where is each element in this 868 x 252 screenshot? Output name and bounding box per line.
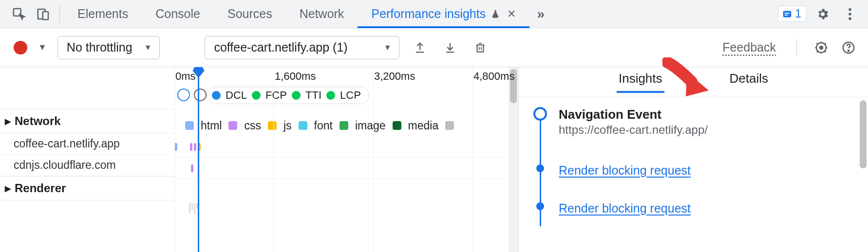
playhead[interactable] — [198, 67, 199, 252]
export-icon[interactable] — [410, 38, 430, 57]
timing-markers-pill[interactable]: DCL FCP TTI LCP — [207, 87, 369, 104]
tti-dot — [292, 91, 301, 100]
settings-gear-icon[interactable] — [811, 3, 834, 25]
svg-rect-3 — [783, 11, 792, 17]
js-swatch — [268, 121, 277, 130]
device-toggle-icon[interactable] — [31, 0, 56, 28]
throttling-label: No throttling — [67, 40, 132, 54]
dcl-dot — [212, 91, 221, 100]
chevron-right-icon: ▶ — [5, 117, 11, 126]
host-row[interactable]: cdnjs.cloudflare.com — [0, 155, 174, 176]
network-section-label: Network — [15, 114, 61, 128]
timeline-ruler[interactable]: 0ms 1,600ms 3,200ms 4,800ms — [174, 67, 515, 87]
more-menu-icon[interactable] — [839, 3, 861, 25]
nav-event-node — [533, 107, 547, 121]
nav-event-url: https://coffee-cart.netlify.app/ — [559, 123, 853, 137]
navigation-event[interactable]: Navigation Event https://coffee-cart.net… — [559, 107, 853, 137]
renderer-section-header[interactable]: ▶ Renderer — [0, 176, 174, 200]
session-dropdown[interactable]: coffee-cart.netlify.app (1) ▼ — [205, 36, 399, 59]
other-swatch — [445, 121, 454, 130]
chevron-right-icon: ▶ — [5, 184, 11, 193]
throttling-dropdown[interactable]: No throttling ▼ — [57, 36, 160, 59]
image-swatch — [340, 121, 348, 130]
svg-rect-5 — [785, 14, 788, 15]
tab-sources[interactable]: Sources — [214, 0, 286, 28]
panel-settings-icon[interactable] — [811, 38, 831, 57]
dcl-label: DCL — [226, 89, 247, 102]
network-row[interactable] — [174, 136, 515, 158]
tab-elements[interactable]: Elements — [64, 0, 142, 28]
svg-point-10 — [820, 46, 823, 49]
insight-node — [536, 202, 544, 210]
font-swatch — [299, 121, 307, 130]
session-label: coffee-cart.netlify.app (1) — [214, 40, 347, 54]
renderer-section-label: Renderer — [15, 181, 66, 195]
network-section-header[interactable]: ▶ Network — [0, 109, 174, 133]
resource-legend: html css js font image media — [185, 116, 515, 135]
issues-badge[interactable]: 1 — [778, 6, 807, 22]
insights-panel: Insights Details Navigation Eve — [519, 67, 868, 252]
details-tab[interactable]: Details — [728, 71, 770, 93]
html-swatch — [185, 121, 194, 130]
fcp-dot — [252, 91, 261, 100]
feedback-link[interactable]: Feedback — [722, 40, 782, 54]
help-icon[interactable] — [839, 38, 858, 57]
tti-label: TTI — [305, 89, 321, 102]
issues-count: 1 — [795, 7, 801, 20]
delete-icon[interactable] — [471, 38, 490, 57]
network-row[interactable] — [174, 158, 515, 179]
tab-console[interactable]: Console — [142, 0, 214, 28]
media-swatch — [393, 121, 401, 130]
insights-tab[interactable]: Insights — [617, 71, 664, 93]
insight-link[interactable]: Render blocking request — [559, 201, 691, 216]
vertical-scrollbar[interactable] — [858, 97, 868, 252]
horizontal-scrollbar[interactable] — [509, 67, 518, 252]
svg-point-12 — [848, 50, 849, 52]
svg-point-6 — [849, 8, 851, 11]
tab-overflow-icon[interactable]: » — [529, 0, 552, 28]
close-tab-icon[interactable]: ✕ — [507, 8, 516, 20]
svg-point-8 — [849, 17, 851, 20]
insight-node — [536, 164, 544, 172]
svg-point-7 — [849, 13, 851, 16]
nav-event-title: Navigation Event — [559, 107, 853, 122]
fcp-label: FCP — [265, 89, 287, 102]
lcp-label: LCP — [340, 89, 361, 102]
record-dropdown-caret[interactable]: ▼ — [38, 42, 47, 53]
inspect-element-icon[interactable] — [7, 0, 31, 28]
import-icon[interactable] — [440, 38, 460, 57]
tab-network[interactable]: Network — [286, 0, 358, 28]
insight-link[interactable]: Render blocking request — [559, 163, 691, 178]
lcp-dot — [326, 91, 335, 100]
timeline-pane: 0ms 1,600ms 3,200ms 4,800ms DCL FCP — [0, 67, 519, 252]
record-button[interactable] — [14, 41, 27, 54]
css-swatch — [228, 121, 237, 130]
svg-rect-4 — [785, 13, 790, 14]
tab-performance-insights[interactable]: Performance insights ✕ — [358, 0, 529, 28]
flask-icon — [491, 9, 500, 19]
host-row[interactable]: coffee-cart.netlify.app — [0, 133, 174, 155]
svg-rect-2 — [43, 12, 48, 19]
insights-toolbar: ▼ No throttling ▼ coffee-cart.netlify.ap… — [0, 28, 868, 67]
devtools-tabstrip: Elements Console Sources Network Perform… — [0, 0, 868, 28]
